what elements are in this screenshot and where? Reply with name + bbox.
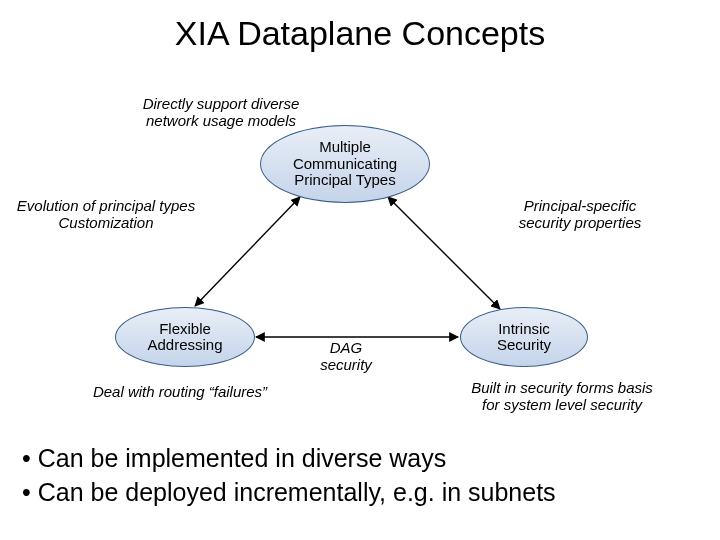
diagram-area: MultipleCommunicatingPrincipal Types Fle… [0, 53, 720, 413]
caption-top: Directly support diversenetwork usage mo… [116, 95, 326, 130]
list-item: Can be implemented in diverse ways [22, 442, 556, 476]
list-item: Can be deployed incrementally, e.g. in s… [22, 476, 556, 510]
caption-left: Evolution of principal typesCustomizatio… [0, 197, 212, 232]
node-label: MultipleCommunicatingPrincipal Types [293, 139, 397, 189]
node-label: IntrinsicSecurity [497, 321, 551, 354]
bullet-list: Can be implemented in diverse ways Can b… [22, 442, 556, 510]
caption-right: Principal-specificsecurity properties [490, 197, 670, 232]
page-title: XIA Dataplane Concepts [0, 14, 720, 53]
node-principal-types: MultipleCommunicatingPrincipal Types [260, 125, 430, 203]
node-intrinsic-security: IntrinsicSecurity [460, 307, 588, 367]
node-flexible-addressing: FlexibleAddressing [115, 307, 255, 367]
node-label: FlexibleAddressing [147, 321, 222, 354]
edge-top-right [388, 197, 500, 309]
caption-bottom-left: Deal with routing “failures” [75, 383, 285, 400]
caption-middle: DAGsecurity [296, 339, 396, 374]
caption-bottom-right: Built in security forms basisfor system … [432, 379, 692, 414]
